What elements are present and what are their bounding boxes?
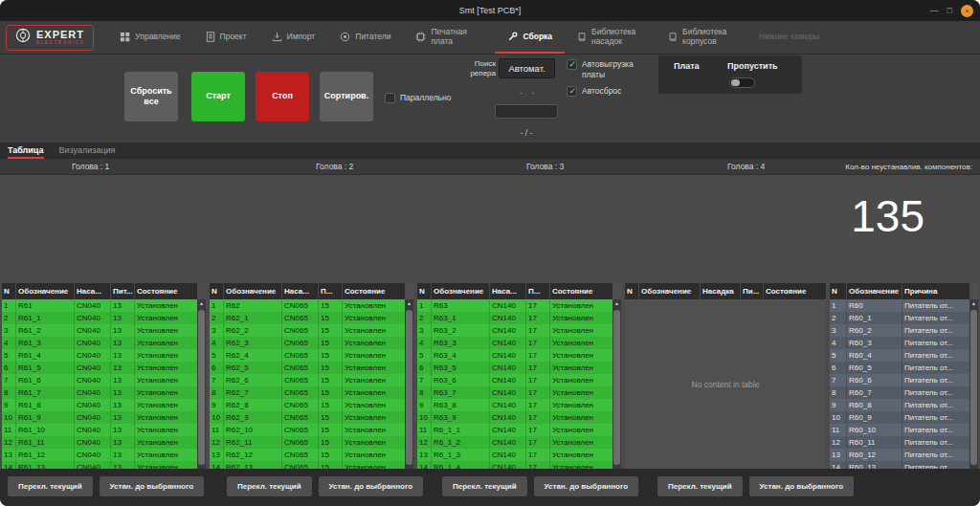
table-row[interactable]: 8R61_7CN04013Установлен [2,386,197,399]
table-row[interactable]: 9R61_8CN04013Установлен [2,399,197,411]
column-header[interactable]: N [830,283,847,299]
table-row[interactable]: 7R61_6CN04013Установлен [2,374,197,386]
table-row[interactable]: 5R63_4CN14017Установлен [417,349,612,362]
column-header[interactable]: Пи... [741,283,764,299]
table-row[interactable]: 2R63_1CN14017Установлен [417,312,612,324]
table-row[interactable]: 2R62_1CN06515Установлен [210,312,405,324]
table-row[interactable]: 8R60_7Питатель от... [830,386,969,399]
skip-toggle[interactable] [729,77,755,88]
nav-item-project[interactable]: Проект [193,21,259,54]
column-header[interactable]: Наса... [490,283,526,299]
table-row[interactable]: 6R61_5CN04013Установлен [2,362,197,374]
install-to-selected-button[interactable]: Устан. до выбранного [534,476,638,496]
column-header[interactable]: Состояние [550,283,612,299]
nav-item-nozzle-library[interactable]: Библиотека насадок [565,21,656,54]
close-icon[interactable]: × [961,5,973,17]
table-row[interactable]: 13R62_12CN06515Установлен [210,449,405,461]
table-row[interactable]: 4R60_3Питатель от... [830,337,969,349]
nav-item-management[interactable]: Управление [107,21,192,54]
table-row[interactable]: 11R61_10CN04013Установлен [2,424,197,436]
table-row[interactable]: 11R62_10CN06515Установлен [210,424,405,436]
nav-item-import[interactable]: Импорт [259,21,328,54]
scrollbar-thumb[interactable] [613,310,620,465]
switch-current-button[interactable]: Перекл. текущий [657,476,743,496]
skip-label[interactable]: Пропустить [727,61,778,71]
column-header[interactable]: П... [319,283,343,299]
column-header[interactable]: Наса... [282,283,319,299]
table-row[interactable]: 3R61_2CN04013Установлен [2,324,197,337]
table-row[interactable]: 5R61_4CN04013Установлен [2,349,197,362]
table-row[interactable]: 5R62_4CN06515Установлен [210,349,405,362]
table-row[interactable]: 7R60_6Питатель от... [830,374,969,386]
table-row[interactable]: 14R60_13Питатель от... [830,461,969,469]
scroll-up-icon[interactable]: ▲ [197,299,206,308]
auto-reset-checkbox[interactable]: Автосброс [567,86,621,97]
table-row[interactable]: 12R61_11CN04013Установлен [2,436,197,449]
table-row[interactable]: 7R63_6CN14017Установлен [417,374,612,386]
table-row[interactable]: 9R60_8Питатель от... [830,399,969,411]
table-row[interactable]: 3R60_2Питатель от... [830,324,969,337]
table-row[interactable]: 1R60Питатель от... [830,299,969,312]
column-header[interactable]: Причина [902,283,969,299]
table-scrollbar[interactable]: ▲ [405,299,413,469]
table-row[interactable]: 10R62_9CN06515Установлен [210,411,405,424]
table-row[interactable]: 12R60_11Питатель от... [830,436,969,449]
sort-button[interactable]: Сортиров. [320,72,373,121]
table-row[interactable]: 7R62_6CN06515Установлен [210,374,405,386]
table-row[interactable]: 8R62_7CN06515Установлен [210,386,405,399]
table-scrollbar[interactable]: ▲ [197,299,206,469]
table-scrollbar[interactable]: ▲ [612,299,621,469]
tab-table[interactable]: Таблица [8,146,44,159]
column-header[interactable]: Состояние [135,283,197,299]
table-row[interactable]: 1R63CN14017Установлен [417,299,612,312]
column-header[interactable]: N [417,283,432,299]
tab-visualization[interactable]: Визуализация [59,146,116,159]
maximize-icon[interactable]: □ [947,6,952,15]
column-header[interactable]: Обозначение [847,283,902,299]
table-row[interactable]: 4R63_3CN14017Установлен [417,337,612,349]
column-header[interactable]: Пит... [111,283,135,299]
switch-current-button[interactable]: Перекл. текущий [8,476,93,496]
column-header[interactable]: Обозначение [432,283,490,299]
column-header[interactable]: Обозначение [639,283,701,299]
column-header[interactable]: Обозначение [16,283,75,299]
table-row[interactable]: 12R62_11CN06515Установлен [210,436,405,449]
board-label[interactable]: Плата [674,61,700,71]
column-header[interactable]: Состояние [343,283,405,299]
reset-all-button[interactable]: Сбросить все [124,72,178,121]
table-row[interactable]: 5R60_4Питатель от... [830,349,969,362]
table-row[interactable]: 4R62_3CN06515Установлен [210,337,405,349]
scrollbar-thumb[interactable] [970,310,977,465]
install-to-selected-button[interactable]: Устан. до выбранного [100,476,204,496]
table-row[interactable]: 2R61_1CN04013Установлен [2,312,197,324]
column-header[interactable]: Состояние [764,283,826,299]
column-header[interactable]: Наса... [75,283,111,299]
table-row[interactable]: 9R62_8CN06515Установлен [210,399,405,411]
column-header[interactable]: N [210,283,224,299]
table-row[interactable]: 10R63_9CN14017Установлен [417,411,612,424]
table-scrollbar[interactable]: ▲ [969,299,978,469]
table-row[interactable]: 13R6_1_3CN14017Установлен [417,449,612,461]
table-row[interactable]: 1R61CN04013Установлен [2,299,197,312]
column-header[interactable]: N [625,283,639,299]
table-row[interactable]: 6R60_5Питатель от... [830,362,969,374]
table-row[interactable]: 10R60_9Питатель от... [830,411,969,424]
scroll-up-icon[interactable]: ▲ [405,299,413,308]
table-row[interactable]: 11R6_1_1CN14017Установлен [417,424,612,436]
column-header[interactable]: Насадка [701,283,741,299]
table-row[interactable]: 14R61_13CN04013Установлен [2,461,197,469]
install-to-selected-button[interactable]: Устан. до выбранного [319,476,423,496]
table-row[interactable]: 9R63_8CN14017Установлен [417,399,612,411]
table-row[interactable]: 3R62_2CN06515Установлен [210,324,405,337]
table-row[interactable]: 1R62CN06515Установлен [210,299,405,312]
column-header[interactable]: П... [526,283,550,299]
switch-current-button[interactable]: Перекл. текущий [442,476,527,496]
auto-unload-checkbox[interactable]: Автовыгрузка платы [567,59,637,79]
table-row[interactable]: 14R6_1_4CN14017Установлен [417,461,612,469]
table-row[interactable]: 11R60_10Питатель от... [830,424,969,436]
nav-item-feeders[interactable]: Питатели [327,21,403,54]
table-row[interactable]: 14R62_13CN06515Установлен [210,461,405,469]
table-row[interactable]: 3R63_2CN14017Установлен [417,324,612,337]
table-row[interactable]: 10R61_9CN04013Установлен [2,411,197,424]
parallel-checkbox[interactable]: Параллельно [385,93,451,103]
